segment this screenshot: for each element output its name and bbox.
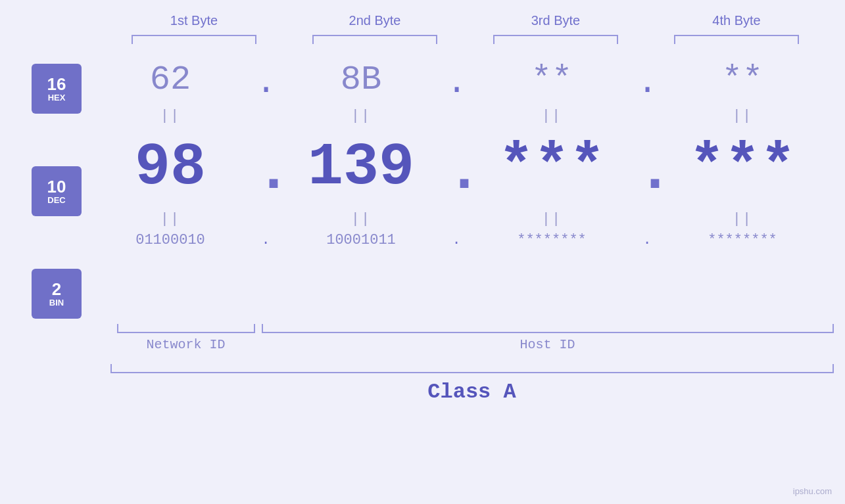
eq2-b2: || xyxy=(295,211,427,227)
full-bracket-row xyxy=(110,364,834,373)
dec-b4: *** xyxy=(677,134,808,201)
dec-b1: 98 xyxy=(105,134,236,201)
hex-sep2: . xyxy=(447,64,466,103)
bin-b3: ******** xyxy=(486,232,617,248)
top-bracket-row xyxy=(104,35,827,44)
bin-b4: ******** xyxy=(677,232,808,248)
byte2-bracket xyxy=(312,35,437,44)
hex-values-row: 62 . 8B . ** . ** xyxy=(95,57,818,103)
byte1-bracket xyxy=(132,35,256,44)
eq2-b3: || xyxy=(486,211,617,227)
byte4-bracket xyxy=(674,35,799,44)
badges-column: 16 HEX 10 DEC 2 BIN xyxy=(0,57,82,319)
main-container: 1st Byte 2nd Byte 3rd Byte 4th Byte 16 H… xyxy=(0,0,845,504)
dec-sep3: . xyxy=(637,139,657,206)
bin-sep2: . xyxy=(447,232,466,248)
bin-values-row: 01100010 . 10001011 . ******** . *******… xyxy=(95,232,818,248)
eq2-b1: || xyxy=(105,211,236,227)
equals-row-2: || || || || xyxy=(95,206,818,232)
bin-sep1: . xyxy=(256,232,276,248)
class-label: Class A xyxy=(427,380,516,404)
byte1-label: 1st Byte xyxy=(128,13,260,28)
network-id-label: Network ID xyxy=(117,337,255,352)
eq2-b4: || xyxy=(677,211,808,227)
hex-sep1: . xyxy=(256,64,276,103)
network-bracket xyxy=(117,324,255,333)
bottom-brackets xyxy=(110,324,834,333)
bottom-labels: Network ID Host ID xyxy=(110,337,834,352)
dec-values-row: 98 . 139 . *** . *** xyxy=(95,129,818,206)
hex-b2: 8B xyxy=(295,60,427,99)
bin-b1: 01100010 xyxy=(105,232,236,248)
dec-sep1: . xyxy=(256,139,276,206)
host-id-label: Host ID xyxy=(262,337,834,352)
eq1-b2: || xyxy=(295,108,427,124)
bin-badge: 2 BIN xyxy=(32,269,82,319)
dec-b2: 139 xyxy=(295,134,427,201)
hex-sep3: . xyxy=(637,64,657,103)
eq1-b4: || xyxy=(677,108,808,124)
host-bracket xyxy=(262,324,834,333)
dec-badge: 10 DEC xyxy=(32,166,82,216)
byte4-label: 4th Byte xyxy=(671,13,802,28)
bin-sep3: . xyxy=(637,232,657,248)
byte3-bracket xyxy=(493,35,618,44)
hex-badge: 16 HEX xyxy=(32,64,82,114)
equals-row-1: || || || || xyxy=(95,103,818,129)
full-bracket xyxy=(110,364,834,373)
hex-b1: 62 xyxy=(105,60,236,99)
eq1-b1: || xyxy=(105,108,236,124)
values-grid: 62 . 8B . ** . ** || || || || 98 xyxy=(95,57,845,319)
class-label-row: Class A xyxy=(110,380,834,404)
eq1-b3: || xyxy=(486,108,617,124)
header-row: 1st Byte 2nd Byte 3rd Byte 4th Byte xyxy=(104,13,827,28)
content-area: 16 HEX 10 DEC 2 BIN 62 . 8B . ** . ** xyxy=(0,57,845,319)
hex-b4: ** xyxy=(677,60,808,99)
bottom-section: Network ID Host ID xyxy=(110,324,834,352)
watermark: ipshu.com xyxy=(793,486,832,496)
dec-b3: *** xyxy=(486,134,617,201)
byte3-label: 3rd Byte xyxy=(490,13,621,28)
hex-b3: ** xyxy=(486,60,617,99)
dec-sep2: . xyxy=(447,139,466,206)
byte2-label: 2nd Byte xyxy=(309,13,441,28)
bin-b2: 10001011 xyxy=(295,232,427,248)
